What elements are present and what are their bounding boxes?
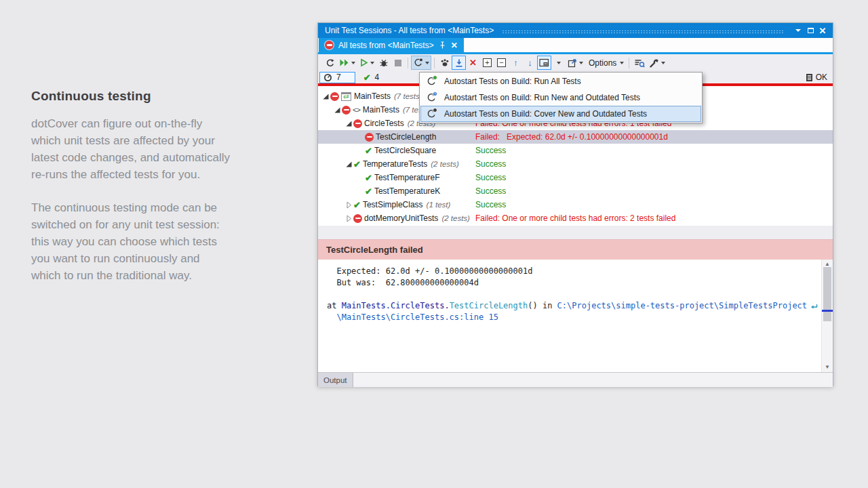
pin-icon[interactable] <box>439 41 446 49</box>
next-test-button[interactable]: ↓ <box>523 56 537 70</box>
dotmemory-unit-button[interactable] <box>437 56 452 70</box>
export-button[interactable] <box>566 56 585 70</box>
run-all-tests-button[interactable] <box>337 56 357 70</box>
tree-expander[interactable] <box>344 161 353 168</box>
debug-tests-button[interactable] <box>376 56 391 70</box>
scrollbar-position-marker <box>822 310 833 312</box>
test-tree-row[interactable]: ✔TestTemperatureKSuccess <box>318 184 833 198</box>
tree-collapsed-icon[interactable] <box>345 201 353 209</box>
expand-all-icon: + <box>483 58 492 67</box>
autostart-tests-on-build-button[interactable] <box>411 56 431 70</box>
collapse-all-button[interactable]: − <box>494 56 509 70</box>
toolbar-separator <box>434 58 435 68</box>
chevron-down-icon <box>795 29 801 32</box>
session-tab[interactable]: All tests from <MainTests> ✕ <box>319 38 464 52</box>
test-failed-icon <box>342 106 351 115</box>
stack-trace-segment: TestCircleLength <box>450 301 528 310</box>
test-failed-icon <box>353 214 362 223</box>
test-name: TestTemperatureK <box>374 186 440 196</box>
run-tests-button[interactable] <box>357 56 376 70</box>
close-button[interactable]: ✕ <box>816 25 829 36</box>
toolbar-separator <box>408 58 408 68</box>
tree-expander[interactable] <box>344 215 353 222</box>
chevron-down-icon <box>351 62 355 64</box>
pane-splitter[interactable] <box>318 226 833 239</box>
stack-trace-line: But was: 62.800000000000004d <box>327 277 812 289</box>
preview-pane-toggle-button[interactable] <box>537 56 551 70</box>
test-tree-row[interactable]: ✔TemperatureTests(2 tests)Success <box>318 157 833 171</box>
test-success-icon: ✔ <box>353 160 361 169</box>
vertical-scrollbar[interactable]: ▲ ▼ <box>821 260 833 372</box>
autostart-mode-badge <box>433 75 437 80</box>
maximize-button[interactable] <box>804 25 816 36</box>
autostart-on-build-icon <box>413 58 423 68</box>
tree-expander[interactable] <box>344 201 353 209</box>
group-by-button[interactable] <box>632 56 647 70</box>
window-titlebar[interactable]: Unit Test Sessions - All tests from <Mai… <box>318 23 833 38</box>
tree-expander[interactable] <box>321 93 330 100</box>
track-running-test-button[interactable] <box>452 56 466 70</box>
drag-handle-dots[interactable] <box>502 30 784 34</box>
test-tree-row[interactable]: ✔TestTemperatureFSuccess <box>318 171 833 184</box>
test-success-icon: ✔ <box>365 146 372 155</box>
tree-collapsed-icon[interactable] <box>345 215 353 222</box>
rerun-previous-tests-button[interactable] <box>323 56 337 70</box>
previous-test-button[interactable]: ↑ <box>509 56 523 70</box>
stop-square-icon <box>395 60 401 66</box>
intro-panel: Continuous testing dotCover can figure o… <box>31 89 232 300</box>
test-tree-row[interactable]: ✔TestSimpleClass(1 test)Success <box>318 198 833 211</box>
tree-expanded-icon[interactable] <box>345 120 353 127</box>
autostart-menu-item[interactable]: Autostart Tests on Build: Cover New and … <box>420 106 701 122</box>
intro-paragraphs: dotCover can figure out on-the-fly which… <box>31 115 232 284</box>
window-menu-button[interactable] <box>792 25 804 36</box>
source-file-link[interactable]: \MainTests\CircleTests.cs:line 15 <box>336 312 498 322</box>
test-success-icon: ✔ <box>365 174 372 182</box>
autostart-mode-badge <box>433 108 437 113</box>
test-tree-row[interactable]: dotMemoryUnitTests(2 tests)Failed: One o… <box>318 211 833 225</box>
test-name: TestCircleSquare <box>374 146 436 155</box>
test-name: TestTemperatureF <box>374 173 440 182</box>
scroll-down-arrow-icon[interactable]: ▼ <box>822 363 833 372</box>
source-file-link[interactable]: C:\Projects\simple-tests-project\SimpleT… <box>557 301 807 310</box>
autostart-menu-item[interactable]: ?Autostart Tests on Build: Run New and O… <box>420 89 701 106</box>
tab-close-icon[interactable]: ✕ <box>451 41 458 49</box>
passed-check-icon: ✔ <box>363 73 371 82</box>
namespace-icon: <> <box>353 106 360 114</box>
session-tab-label: All tests from <MainTests> <box>338 41 434 50</box>
tree-expander[interactable] <box>332 106 342 114</box>
result-header-label: TestCircleLength failed <box>326 245 423 255</box>
settings-wrench-icon <box>649 58 659 68</box>
toolbar: ✕ + − ↑ ↓ Options <box>318 54 833 71</box>
autostart-mode-badge: ? <box>433 92 437 96</box>
intro-paragraph: The continuous testing mode can be switc… <box>31 199 232 284</box>
test-count: (2 tests) <box>431 160 459 168</box>
ok-status-label: OK <box>816 73 827 82</box>
autostart-on-build-icon: ? <box>426 92 437 103</box>
test-status-text: Success <box>475 186 506 196</box>
total-tests-counter[interactable]: 7 <box>319 72 355 83</box>
stop-tests-button[interactable] <box>391 56 405 70</box>
tree-expanded-icon[interactable] <box>345 161 353 168</box>
autostart-menu-item[interactable]: Autostart Tests on Build: Run All Tests <box>420 73 701 89</box>
test-tree-row[interactable]: TestCircleLengthFailed: Expected: 62.0d … <box>318 130 833 144</box>
scrollbar-thumb[interactable] <box>823 267 831 321</box>
stack-trace-line: at MainTests.CircleTests.TestCircleLengt… <box>327 300 812 312</box>
tree-expanded-icon[interactable] <box>334 106 341 114</box>
test-success-icon: ✔ <box>365 187 372 196</box>
settings-button[interactable] <box>647 56 667 70</box>
remove-test-button[interactable]: ✕ <box>466 56 480 70</box>
tree-expander[interactable] <box>344 120 353 127</box>
test-tree-row[interactable]: ✔TestCircleSquareSuccess <box>318 144 833 157</box>
debug-bug-icon <box>379 58 389 68</box>
test-name: TestCircleLength <box>376 132 436 142</box>
stack-trace-text: Expected: 62.0d +/- 0.10000000000000001d… <box>318 260 833 323</box>
options-button[interactable]: Options <box>585 56 626 70</box>
run-icon <box>359 58 368 67</box>
stack-trace-line: \MainTests\CircleTests.cs:line 15 <box>327 312 812 323</box>
autostart-on-build-icon <box>426 76 437 87</box>
expand-all-button[interactable]: + <box>480 56 494 70</box>
output-tab[interactable]: Output <box>318 373 353 387</box>
preview-pane-options-button[interactable] <box>551 56 566 70</box>
tree-expanded-icon[interactable] <box>322 93 330 100</box>
chevron-down-icon <box>661 62 665 64</box>
